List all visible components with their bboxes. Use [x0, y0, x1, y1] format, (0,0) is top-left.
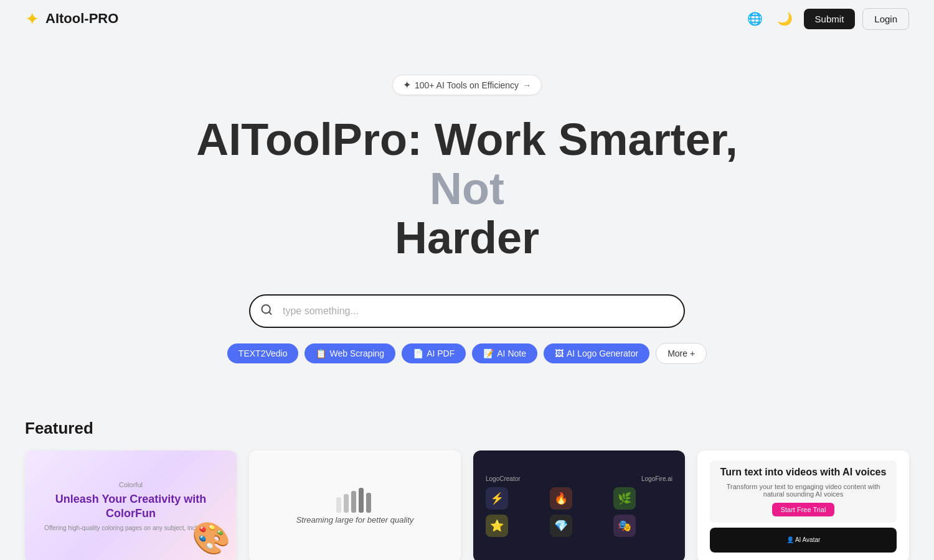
search-container	[249, 294, 685, 328]
tag-ai-note-icon: 📝	[483, 348, 494, 358]
svg-rect-2	[336, 497, 341, 513]
badge-star-icon: ✦	[403, 79, 411, 91]
card-grid-item-3: 🌿	[613, 487, 636, 510]
card-text2video-bottom: 👤 AI Avatar	[710, 528, 897, 553]
hero-section: ✦ 100+ AI Tools on Efficiency → AIToolPr…	[0, 37, 934, 419]
cards-row: Colorful Unleash Your Creativity with Co…	[25, 450, 909, 560]
hero-title: AIToolPro: Work Smarter, Not Harder	[187, 115, 747, 263]
tag-ai-pdf-label: AI PDF	[427, 348, 455, 358]
card-text2video-desc: Transform your text to engaging video co…	[716, 483, 890, 498]
svg-rect-4	[351, 491, 356, 513]
card-colorfun[interactable]: Colorful Unleash Your Creativity with Co…	[25, 450, 237, 560]
card-text2video-title: Turn text into videos with AI voices	[716, 467, 890, 478]
card-colorfun-title: Unleash Your Creativity with ColorFun	[37, 492, 224, 521]
featured-section: Featured Colorful Unleash Your Creativit…	[0, 419, 934, 560]
card-logocreator-sublabel: LogoFire.ai	[641, 475, 672, 482]
card-streaming[interactable]: Streaming large for better quality	[249, 450, 461, 560]
hero-title-part2: Not	[430, 164, 504, 213]
card-text2video-top: Turn text into videos with AI voices Tra…	[710, 460, 897, 523]
svg-rect-3	[344, 494, 349, 513]
logo-star-icon: ✦	[25, 9, 39, 29]
tag-ai-note-label: AI Note	[497, 348, 526, 358]
card-colorfun-illustration: 🎨	[192, 520, 230, 556]
badge-arrow-icon: →	[522, 80, 531, 90]
tag-ai-pdf[interactable]: 📄 AI PDF	[402, 343, 466, 363]
card-streaming-text: Streaming large for better quality	[296, 515, 414, 525]
hero-title-part3: Harder	[395, 213, 539, 263]
tag-text2vedio-label: TEXT2Vedio	[238, 348, 288, 358]
card-grid-item-2: 🔥	[550, 487, 572, 510]
card-text2video-content: Turn text into videos with AI voices Tra…	[697, 450, 909, 560]
nav-actions: 🌐 🌙 Submit Login	[744, 7, 909, 30]
card-grid-item-6: 🎭	[613, 515, 636, 537]
tag-web-scraping[interactable]: 📋 Web Scraping	[304, 343, 395, 363]
tag-web-scraping-icon: 📋	[316, 348, 326, 358]
card-grid-item-4: ⭐	[486, 515, 508, 537]
card-logocreator[interactable]: LogoCreator LogoFire.ai ⚡ 🔥 🌿 ⭐ 💎 🎭	[473, 450, 685, 560]
card-text2video[interactable]: Turn text into videos with AI voices Tra…	[697, 450, 909, 560]
tag-ai-pdf-icon: 📄	[413, 348, 423, 358]
badge-text: 100+ AI Tools on Efficiency	[415, 80, 519, 90]
hero-title-part1: AIToolPro: Work Smarter,	[196, 114, 737, 164]
featured-title: Featured	[25, 419, 909, 438]
submit-button[interactable]: Submit	[804, 9, 856, 29]
search-input[interactable]	[249, 294, 685, 328]
logo[interactable]: ✦ AItool-PRO	[25, 9, 118, 29]
card-text2video-btn: Start Free Trial	[772, 503, 835, 516]
tag-text2vedio[interactable]: TEXT2Vedio	[227, 343, 299, 363]
tag-ai-logo-generator[interactable]: 🖼 AI Logo Generator	[544, 343, 649, 363]
card-streaming-content: Streaming large for better quality	[284, 475, 427, 537]
globe-button[interactable]: 🌐	[744, 7, 767, 30]
card-grid-item-5: 💎	[550, 515, 572, 537]
tag-ai-logo-icon: 🖼	[555, 348, 564, 358]
logo-text: AItool-PRO	[45, 11, 118, 27]
navbar: ✦ AItool-PRO 🌐 🌙 Submit Login	[0, 0, 934, 37]
moon-icon: 🌙	[777, 11, 793, 26]
svg-rect-5	[359, 488, 364, 513]
card-logocreator-grid: ⚡ 🔥 🌿 ⭐ 💎 🎭	[486, 487, 672, 537]
hero-badge[interactable]: ✦ 100+ AI Tools on Efficiency →	[392, 75, 542, 95]
tag-more-button[interactable]: More +	[656, 343, 707, 364]
card-streaming-illustration	[336, 488, 374, 513]
card-logocreator-label: LogoCreator	[486, 475, 521, 482]
card-logocreator-content: LogoCreator LogoFire.ai ⚡ 🔥 🌿 ⭐ 💎 🎭	[473, 463, 685, 549]
globe-icon: 🌐	[747, 11, 763, 26]
tag-ai-logo-label: AI Logo Generator	[567, 348, 638, 358]
tags-row: TEXT2Vedio 📋 Web Scraping 📄 AI PDF 📝 AI …	[227, 343, 707, 364]
tag-web-scraping-label: Web Scraping	[329, 348, 384, 358]
tag-ai-note[interactable]: 📝 AI Note	[472, 343, 537, 363]
card-text2video-face: 👤 AI Avatar	[786, 536, 821, 543]
login-button[interactable]: Login	[862, 8, 909, 30]
card-colorfun-subtitle: Colorful	[37, 481, 224, 488]
theme-toggle-button[interactable]: 🌙	[774, 7, 796, 30]
svg-rect-6	[366, 493, 371, 513]
card-grid-item-1: ⚡	[486, 487, 508, 510]
